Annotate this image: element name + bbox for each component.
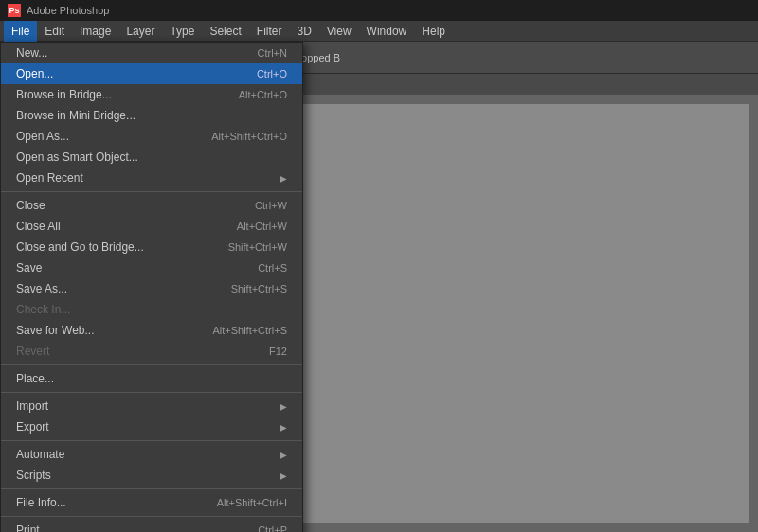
menu-item-export[interactable]: Export▶	[1, 417, 302, 437]
menu-item-label: Close and Go to Bridge...	[16, 240, 144, 254]
menu-item-label: Save for Web...	[16, 324, 94, 337]
menu-item-close-all[interactable]: Close AllAlt+Ctrl+W	[1, 216, 302, 237]
menu-separator	[1, 440, 302, 441]
menu-item-automate[interactable]: Automate▶	[1, 444, 302, 465]
menu-separator	[1, 191, 302, 192]
menu-item-label: Export	[16, 420, 49, 434]
menu-item-shortcut: Ctrl+O	[257, 68, 287, 80]
file-menu-dropdown: New...Ctrl+NOpen...Ctrl+OBrowse in Bridg…	[0, 42, 303, 532]
menu-item-new---[interactable]: New...Ctrl+N	[1, 43, 302, 63]
menu-item-label: Automate	[16, 448, 64, 461]
menu-view[interactable]: View	[319, 21, 359, 42]
menu-separator	[1, 392, 302, 393]
menu-item-shortcut: Ctrl+P	[258, 524, 287, 532]
menu-item-shortcut: Ctrl+S	[258, 262, 287, 274]
menu-item-open---[interactable]: Open...Ctrl+O	[1, 63, 302, 84]
menu-item-save-for-web---[interactable]: Save for Web...Alt+Shift+Ctrl+S	[1, 320, 302, 341]
menu-item-label: Scripts	[16, 469, 51, 482]
menu-item-label: Import	[16, 399, 48, 413]
menu-item-shortcut: Ctrl+N	[258, 47, 287, 59]
menu-item-label: Open Recent	[16, 171, 83, 185]
menu-separator	[1, 364, 302, 365]
menu-item-label: Place...	[16, 372, 54, 385]
menu-item-label: Check In...	[16, 303, 70, 316]
submenu-arrow-icon: ▶	[280, 470, 287, 481]
menu-item-shortcut: Alt+Shift+Ctrl+O	[211, 131, 287, 142]
title-text: Adobe Photoshop	[27, 5, 109, 16]
menu-item-label: Print...	[16, 523, 49, 532]
menu-item-save-as---[interactable]: Save As...Shift+Ctrl+S	[1, 278, 302, 299]
menu-item-label: Close All	[16, 220, 61, 233]
menu-item-open-as-smart-object---[interactable]: Open as Smart Object...	[1, 147, 302, 168]
menu-item-open-as---[interactable]: Open As...Alt+Shift+Ctrl+O	[1, 126, 302, 147]
menu-item-browse-in-bridge---[interactable]: Browse in Bridge...Alt+Ctrl+O	[1, 84, 302, 105]
menu-item-shortcut: Alt+Ctrl+O	[239, 89, 287, 100]
menu-filter[interactable]: Filter	[249, 21, 290, 42]
menu-image[interactable]: Image	[72, 21, 118, 42]
menu-item-label: Open as Smart Object...	[16, 151, 138, 164]
menu-item-shortcut: Alt+Shift+Ctrl+S	[212, 325, 287, 336]
menu-separator	[1, 516, 302, 517]
menu-item-label: Save	[16, 261, 42, 275]
menu-item-shortcut: Alt+Shift+Ctrl+I	[217, 497, 287, 508]
title-bar: Ps Adobe Photoshop	[0, 0, 758, 21]
menu-item-place---[interactable]: Place...	[1, 368, 302, 389]
menu-type[interactable]: Type	[162, 21, 202, 42]
menu-item-revert: RevertF12	[1, 341, 302, 362]
menu-item-scripts[interactable]: Scripts▶	[1, 465, 302, 486]
menu-item-shortcut: Shift+Ctrl+W	[228, 241, 287, 253]
menu-item-shortcut: Alt+Ctrl+W	[237, 221, 287, 232]
menu-item-label: Revert	[16, 345, 49, 358]
menu-item-save[interactable]: SaveCtrl+S	[1, 257, 302, 278]
menu-item-label: Close	[16, 199, 45, 212]
menu-item-label: New...	[16, 46, 47, 60]
menu-item-shortcut: Shift+Ctrl+S	[231, 283, 287, 294]
app-icon: Ps	[8, 4, 21, 17]
menu-item-label: File Info...	[16, 496, 66, 509]
menu-separator	[1, 488, 302, 489]
menu-item-browse-in-mini-bridge---[interactable]: Browse in Mini Bridge...	[1, 105, 302, 126]
menu-bar: File Edit Image Layer Type Select Filter…	[0, 21, 758, 42]
menu-file[interactable]: File	[4, 21, 37, 42]
menu-item-label: Open As...	[16, 130, 69, 143]
menu-item-label: Open...	[16, 67, 53, 80]
submenu-arrow-icon: ▶	[280, 450, 287, 460]
menu-item-shortcut: Ctrl+W	[255, 200, 287, 211]
menu-layer[interactable]: Layer	[118, 21, 162, 42]
submenu-arrow-icon: ▶	[280, 401, 287, 412]
menu-item-file-info---[interactable]: File Info...Alt+Shift+Ctrl+I	[1, 492, 302, 513]
menu-help[interactable]: Help	[414, 21, 453, 42]
menu-select[interactable]: Select	[202, 21, 248, 42]
menu-item-close-and-go-to-bridge---[interactable]: Close and Go to Bridge...Shift+Ctrl+W	[1, 237, 302, 257]
submenu-arrow-icon: ▶	[280, 173, 287, 184]
menu-item-label: Save As...	[16, 282, 67, 295]
menu-item-import[interactable]: Import▶	[1, 396, 302, 417]
menu-item-check-in---: Check In...	[1, 299, 302, 320]
menu-item-close[interactable]: CloseCtrl+W	[1, 195, 302, 216]
menu-item-label: Browse in Mini Bridge...	[16, 109, 135, 122]
submenu-arrow-icon: ▶	[280, 422, 287, 433]
menu-item-open-recent[interactable]: Open Recent▶	[1, 168, 302, 188]
menu-item-print---[interactable]: Print...Ctrl+P	[1, 520, 302, 532]
menu-window[interactable]: Window	[359, 21, 415, 42]
menu-3d[interactable]: 3D	[289, 21, 318, 42]
menu-item-shortcut: F12	[269, 346, 287, 357]
menu-item-label: Browse in Bridge...	[16, 88, 112, 101]
menu-edit[interactable]: Edit	[37, 21, 72, 42]
